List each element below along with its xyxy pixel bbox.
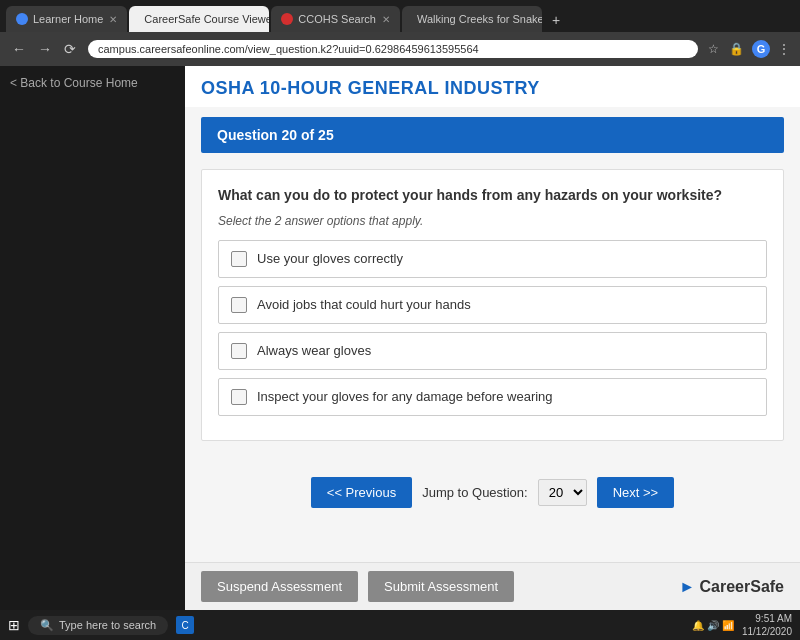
checkbox-2[interactable] [231, 297, 247, 313]
tab-close-learner-home[interactable]: ✕ [109, 14, 117, 25]
next-button[interactable]: Next >> [597, 477, 675, 508]
answer-option-3[interactable]: Always wear gloves [218, 332, 767, 370]
previous-button[interactable]: << Previous [311, 477, 412, 508]
tab-careersafe[interactable]: CareerSafe Course Viewer ✕ [129, 6, 269, 32]
taskbar-right: 🔔 🔊 📶 9:51 AM 11/12/2020 [692, 612, 792, 638]
taskbar-search-label: Type here to search [59, 619, 156, 631]
taskbar-left: ⊞ 🔍 Type here to search C [8, 616, 194, 635]
taskbar-time-display: 9:51 AM [742, 612, 792, 625]
menu-icon[interactable]: ⋮ [776, 40, 792, 58]
taskbar-chrome-icon[interactable]: C [176, 616, 194, 634]
checkbox-3[interactable] [231, 343, 247, 359]
tab-bar: Learner Home ✕ CareerSafe Course Viewer … [0, 0, 800, 32]
tab-walking[interactable]: Walking Creeks for Snakes in M... ✕ [402, 6, 542, 32]
tab-label-careersafe: CareerSafe Course Viewer [144, 13, 269, 25]
sidebar: < Back to Course Home [0, 66, 185, 640]
nav-buttons: ← → ⟳ [8, 39, 80, 59]
page-title: OSHA 10-HOUR GENERAL INDUSTRY [201, 78, 784, 99]
answer-option-4[interactable]: Inspect your gloves for any damage befor… [218, 378, 767, 416]
tab-label-ccohs: CCOHS Search [298, 13, 376, 25]
chrome-taskbar-label: C [182, 620, 189, 631]
nav-section: << Previous Jump to Question: 20 123 456… [201, 461, 784, 524]
logo-text: CareerSafe [700, 578, 785, 595]
bottom-buttons: Suspend Assessment Submit Assessment [201, 571, 514, 602]
address-input[interactable] [88, 40, 698, 58]
address-bar: ← → ⟳ ☆ 🔒 G ⋮ [0, 32, 800, 66]
browser-chrome: Learner Home ✕ CareerSafe Course Viewer … [0, 0, 800, 66]
star-icon[interactable]: ☆ [706, 40, 721, 58]
taskbar: ⊞ 🔍 Type here to search C 🔔 🔊 📶 9:51 AM … [0, 610, 800, 640]
tab-label-walking: Walking Creeks for Snakes in M... [417, 13, 542, 25]
taskbar-datetime: 9:51 AM 11/12/2020 [742, 612, 792, 638]
answer-text-1: Use your gloves correctly [257, 251, 403, 266]
question-text: What can you do to protect your hands fr… [218, 186, 767, 206]
bottom-bar: Suspend Assessment Submit Assessment ► C… [185, 562, 800, 610]
lock-icon: 🔒 [727, 40, 746, 58]
search-icon: 🔍 [40, 619, 54, 632]
question-box: What can you do to protect your hands fr… [201, 169, 784, 441]
reload-button[interactable]: ⟳ [60, 39, 80, 59]
careersafe-logo: ► CareerSafe [679, 578, 784, 596]
tab-icon-learner-home [16, 13, 28, 25]
back-to-course-home[interactable]: < Back to Course Home [10, 76, 175, 90]
question-instruction: Select the 2 answer options that apply. [218, 214, 767, 228]
suspend-assessment-button[interactable]: Suspend Assessment [201, 571, 358, 602]
checkbox-4[interactable] [231, 389, 247, 405]
tab-icon-ccohs [281, 13, 293, 25]
tab-ccohs[interactable]: CCOHS Search ✕ [271, 6, 400, 32]
taskbar-date-display: 11/12/2020 [742, 625, 792, 638]
answer-text-2: Avoid jobs that could hurt your hands [257, 297, 471, 312]
back-button[interactable]: ← [8, 39, 30, 59]
question-header-bar: Question 20 of 25 [201, 117, 784, 153]
logo-arrow-icon: ► [679, 578, 695, 595]
chrome-icon: G [752, 40, 770, 58]
tab-learner-home[interactable]: Learner Home ✕ [6, 6, 127, 32]
jump-label: Jump to Question: [422, 485, 528, 500]
checkbox-1[interactable] [231, 251, 247, 267]
submit-assessment-button[interactable]: Submit Assessment [368, 571, 514, 602]
jump-to-question-select[interactable]: 20 123 456 789 101112 131415 161718 1921… [538, 479, 587, 506]
taskbar-search-box[interactable]: 🔍 Type here to search [28, 616, 168, 635]
forward-button[interactable]: → [34, 39, 56, 59]
main-content: OSHA 10-HOUR GENERAL INDUSTRY Question 2… [185, 66, 800, 640]
browser-icons: ☆ 🔒 G ⋮ [706, 40, 792, 58]
answer-option-1[interactable]: Use your gloves correctly [218, 240, 767, 278]
tab-label-learner-home: Learner Home [33, 13, 103, 25]
tab-close-ccohs[interactable]: ✕ [382, 14, 390, 25]
windows-start-button[interactable]: ⊞ [8, 617, 20, 633]
answer-text-4: Inspect your gloves for any damage befor… [257, 389, 553, 404]
answer-text-3: Always wear gloves [257, 343, 371, 358]
answer-option-2[interactable]: Avoid jobs that could hurt your hands [218, 286, 767, 324]
page-header: OSHA 10-HOUR GENERAL INDUSTRY [185, 66, 800, 107]
system-tray-icons: 🔔 🔊 📶 [692, 620, 734, 631]
question-area: Question 20 of 25 What can you do to pro… [185, 107, 800, 534]
page-content: < Back to Course Home OSHA 10-HOUR GENER… [0, 66, 800, 640]
new-tab-button[interactable]: + [544, 8, 568, 32]
